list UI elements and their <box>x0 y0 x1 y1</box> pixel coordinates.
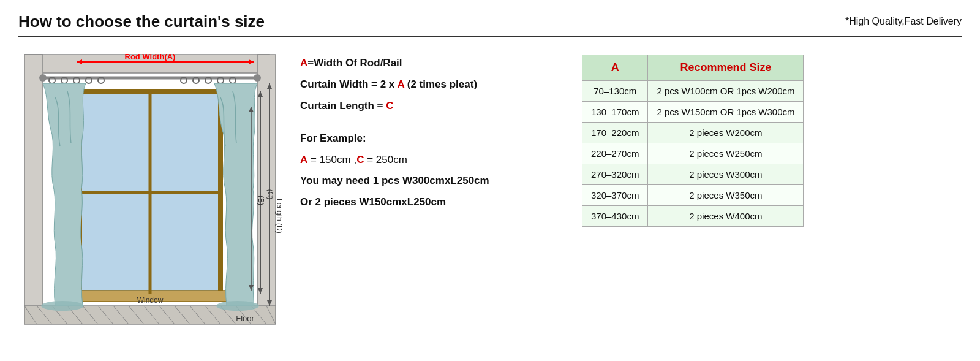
table-cell-recommend: 2 pieces W300cm <box>648 164 804 185</box>
table-row: 130–170cm2 pcs W150cm OR 1pcs W300cm <box>582 102 804 123</box>
line-curtain-length: Curtain Length = C <box>300 97 564 115</box>
page-header: How to choose the curtain's size *High Q… <box>18 12 962 37</box>
example-label: For Example: <box>300 130 564 148</box>
table-header-recommend: Recommend Size <box>648 55 804 81</box>
size-table: A Recommend Size 70–130cm2 pcs W100cm OR… <box>582 55 804 227</box>
table-row: 170–220cm2 pieces W200cm <box>582 123 804 143</box>
svg-text:Length (D): Length (D) <box>275 199 282 234</box>
svg-point-40 <box>216 301 259 311</box>
svg-text:Floor: Floor <box>236 314 254 323</box>
svg-point-28 <box>254 74 261 82</box>
table-cell-recommend: 2 pieces W400cm <box>648 206 804 227</box>
table-cell-a: 130–170cm <box>582 102 648 123</box>
table-cell-a: 70–130cm <box>582 81 648 102</box>
table-cell-a: 270–320cm <box>582 164 648 185</box>
svg-point-39 <box>41 301 84 311</box>
svg-rect-1 <box>24 55 43 312</box>
page-title: How to choose the curtain's size <box>18 12 265 31</box>
table-cell-a: 170–220cm <box>582 123 648 143</box>
line-a-definition: A=Width Of Rod/Rail <box>300 55 564 72</box>
table-cell-recommend: 2 pieces W200cm <box>648 123 804 143</box>
curtain-illustration: Rod Width(A) Length (D) (C) (B) Window F… <box>18 48 282 333</box>
line-curtain-width: Curtain Width = 2 x A (2 times pleat) <box>300 76 564 94</box>
main-content: Rod Width(A) Length (D) (C) (B) Window F… <box>18 48 962 333</box>
table-cell-recommend: 2 pieces W250cm <box>648 143 804 164</box>
tagline: *High Quality,Fast Delivery <box>845 16 962 27</box>
example-need: You may need 1 pcs W300cmxL250cm <box>300 172 564 190</box>
svg-text:Rod Width(A): Rod Width(A) <box>125 52 176 61</box>
table-row: 320–370cm2 pieces W350cm <box>582 185 804 206</box>
size-table-container: A Recommend Size 70–130cm2 pcs W100cm OR… <box>582 48 804 227</box>
table-cell-a: 370–430cm <box>582 206 648 227</box>
table-row: 370–430cm2 pieces W400cm <box>582 206 804 227</box>
instructions-panel: A=Width Of Rod/Rail Curtain Width = 2 x … <box>300 48 564 215</box>
svg-point-27 <box>39 74 47 82</box>
table-cell-recommend: 2 pcs W100cm OR 1pcs W200cm <box>648 81 804 102</box>
example-values: A = 150cm ,C = 250cm <box>300 151 564 169</box>
table-row: 70–130cm2 pcs W100cm OR 1pcs W200cm <box>582 81 804 102</box>
table-row: 220–270cm2 pieces W250cm <box>582 143 804 164</box>
table-cell-recommend: 2 pcs W150cm OR 1pcs W300cm <box>648 102 804 123</box>
table-cell-recommend: 2 pieces W350cm <box>648 185 804 206</box>
example-or: Or 2 pieces W150cmxL250cm <box>300 194 564 211</box>
svg-text:(B): (B) <box>257 196 265 205</box>
svg-text:(C): (C) <box>266 189 274 200</box>
svg-text:Window: Window <box>137 296 164 305</box>
table-cell-a: 320–370cm <box>582 185 648 206</box>
table-cell-a: 220–270cm <box>582 143 648 164</box>
table-row: 270–320cm2 pieces W300cm <box>582 164 804 185</box>
table-header-a: A <box>582 55 648 81</box>
